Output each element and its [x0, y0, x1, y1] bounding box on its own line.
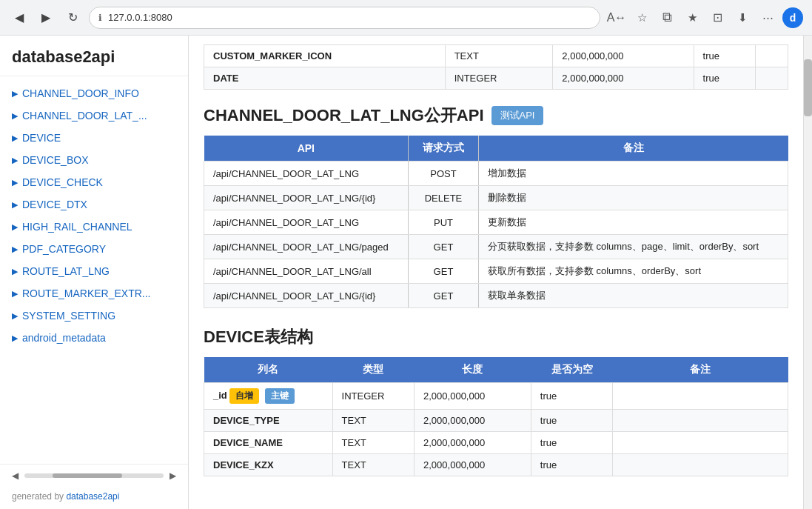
history-icon[interactable]: ★ — [682, 7, 702, 28]
cell-note: 增加数据 — [478, 162, 788, 186]
cell-note: 更新数据 — [478, 210, 788, 235]
tab-icon[interactable]: ⧉ — [657, 7, 677, 28]
sidebar-item-label: ROUTE_LAT_LNG — [22, 265, 110, 277]
table-row: _id 自增 主键 INTEGER 2,000,000,000 true — [204, 383, 788, 410]
sidebar-item-route-marker-extr[interactable]: ▶ ROUTE_MARKER_EXTR... — [0, 282, 188, 305]
sidebar-item-android-metadata[interactable]: ▶ android_metadata — [0, 327, 188, 349]
header-colname: 列名 — [204, 357, 333, 383]
cell-type: TEXT — [332, 432, 414, 454]
table-row: DATE INTEGER 2,000,000,000 true — [204, 67, 788, 90]
device-section-title: DEVICE表结构 — [204, 326, 788, 348]
scroll-left-icon[interactable]: ◀ — [12, 470, 19, 481]
profile-avatar[interactable]: d — [782, 7, 803, 28]
sidebar-scrollbar-area: ◀ ▶ — [0, 464, 188, 487]
arrow-icon: ▶ — [12, 156, 18, 165]
cell-colname: DEVICE_TYPE — [204, 410, 333, 432]
cell-method: DELETE — [409, 186, 479, 210]
device-struct-table: 列名 类型 长度 是否为空 备注 _id 自增 主键 INTEGER 2,000… — [204, 357, 788, 476]
cell-note — [613, 454, 788, 476]
collections-icon[interactable]: ⊡ — [707, 7, 728, 28]
sidebar-item-channel-door-lat[interactable]: ▶ CHANNEL_DOOR_LAT_... — [0, 104, 188, 127]
badge-auto: 自增 — [229, 388, 259, 404]
back-button[interactable]: ◀ — [9, 7, 30, 28]
sidebar-item-label: DEVICE — [22, 132, 61, 144]
bookmark-icon[interactable]: ☆ — [631, 7, 652, 28]
section-title-text: CHANNEL_DOOR_LAT_LNG公开API — [204, 104, 484, 127]
profile-letter: d — [790, 12, 796, 24]
cell-type: INTEGER — [332, 383, 414, 410]
download-icon[interactable]: ⬇ — [732, 7, 753, 28]
browser-toolbar: ◀ ▶ ↻ ℹ 127.0.0.1:8080 A↔ ☆ ⧉ ★ ⊡ ⬇ ⋯ d — [0, 0, 812, 36]
address-bar[interactable]: ℹ 127.0.0.1:8080 — [89, 7, 600, 29]
table-row: DEVICE_NAME TEXT 2,000,000,000 true — [204, 432, 788, 454]
forward-button[interactable]: ▶ — [36, 7, 56, 28]
sidebar-item-label: DEVICE_BOX — [22, 154, 88, 166]
cell-api: /api/CHANNEL_DOOR_LAT_LNG/{id} — [204, 284, 409, 308]
main-content[interactable]: CUSTOM_MARKER_ICON TEXT 2,000,000,000 tr… — [189, 36, 803, 509]
arrow-icon: ▶ — [12, 222, 18, 232]
cell-length: 2,000,000,000 — [415, 383, 531, 410]
cell-nullable: true — [694, 45, 755, 67]
table-row: /api/CHANNEL_DOOR_LAT_LNG/paged GET 分页获取… — [204, 235, 788, 259]
cell-colname: DEVICE_KZX — [204, 454, 333, 476]
cell-colname: _id 自增 主键 — [204, 383, 333, 410]
more-icon[interactable]: ⋯ — [757, 7, 778, 28]
sidebar-nav: ▶ CHANNEL_DOOR_INFO ▶ CHANNEL_DOOR_LAT_.… — [0, 76, 188, 464]
cell-method: PUT — [409, 210, 479, 235]
sidebar-item-route-lat-lng[interactable]: ▶ ROUTE_LAT_LNG — [0, 260, 188, 282]
sidebar-footer: generated by database2api — [0, 487, 188, 509]
cell-type: INTEGER — [445, 67, 553, 90]
sidebar-item-device[interactable]: ▶ DEVICE — [0, 127, 188, 149]
cell-api: /api/CHANNEL_DOOR_LAT_LNG — [204, 162, 409, 186]
sidebar-item-pdf-category[interactable]: ▶ PDF_CATEGORY — [0, 238, 188, 260]
sidebar-scrollbar-track[interactable] — [24, 473, 164, 478]
table-row: /api/CHANNEL_DOOR_LAT_LNG/{id} DELETE 删除… — [204, 186, 788, 210]
cell-type: TEXT — [332, 410, 414, 432]
cell-name: DATE — [204, 67, 446, 90]
scroll-right-icon[interactable]: ▶ — [170, 470, 176, 481]
cell-method: GET — [409, 284, 479, 308]
cell-note — [755, 45, 788, 67]
cell-name: CUSTOM_MARKER_ICON — [204, 45, 446, 67]
table-row: /api/CHANNEL_DOOR_LAT_LNG/{id} GET 获取单条数… — [204, 284, 788, 308]
sidebar-title: database2api — [0, 36, 188, 76]
test-api-button[interactable]: 测试API — [491, 106, 544, 125]
sidebar-item-channel-door-info[interactable]: ▶ CHANNEL_DOOR_INFO — [0, 82, 188, 104]
sidebar-scrollbar-thumb — [53, 473, 122, 478]
sidebar-item-system-setting[interactable]: ▶ SYSTEM_SETTING — [0, 305, 188, 327]
cell-api: /api/CHANNEL_DOOR_LAT_LNG/{id} — [204, 186, 409, 210]
cell-note: 获取单条数据 — [478, 284, 788, 308]
arrow-icon: ▶ — [12, 289, 18, 299]
arrow-icon: ▶ — [12, 200, 18, 210]
arrow-icon: ▶ — [12, 178, 18, 187]
header-method: 请求方式 — [409, 136, 479, 162]
sidebar-item-device-dtx[interactable]: ▶ DEVICE_DTX — [0, 193, 188, 216]
translate-icon[interactable]: A↔ — [606, 7, 627, 28]
device-title-text: DEVICE表结构 — [204, 326, 313, 348]
cell-api: /api/CHANNEL_DOOR_LAT_LNG/paged — [204, 235, 409, 259]
badge-pk: 主键 — [265, 388, 295, 404]
header-type: 类型 — [332, 357, 414, 383]
refresh-button[interactable]: ↻ — [62, 7, 83, 28]
cell-nullable: true — [531, 383, 612, 410]
sidebar-item-device-box[interactable]: ▶ DEVICE_BOX — [0, 149, 188, 171]
cell-nullable: true — [531, 454, 612, 476]
sidebar-item-device-check[interactable]: ▶ DEVICE_CHECK — [0, 171, 188, 193]
table-row: DEVICE_TYPE TEXT 2,000,000,000 true — [204, 410, 788, 432]
channel-door-section-title: CHANNEL_DOOR_LAT_LNG公开API 测试API — [204, 104, 788, 127]
sidebar: database2api ▶ CHANNEL_DOOR_INFO ▶ CHANN… — [0, 36, 189, 509]
table-row: CUSTOM_MARKER_ICON TEXT 2,000,000,000 tr… — [204, 45, 788, 67]
sidebar-item-high-rail-channel[interactable]: ▶ HIGH_RAIL_CHANNEL — [0, 216, 188, 238]
cell-api: /api/CHANNEL_DOOR_LAT_LNG — [204, 210, 409, 235]
cell-note — [613, 432, 788, 454]
cell-api: /api/CHANNEL_DOOR_LAT_LNG/all — [204, 259, 409, 284]
cell-note — [613, 410, 788, 432]
security-icon: ℹ — [98, 13, 102, 23]
arrow-icon: ▶ — [12, 267, 18, 276]
arrow-icon: ▶ — [12, 244, 18, 254]
sidebar-item-label: CHANNEL_DOOR_INFO — [22, 87, 139, 99]
cell-nullable: true — [531, 410, 612, 432]
sidebar-item-label: SYSTEM_SETTING — [22, 310, 115, 322]
sidebar-item-label: ROUTE_MARKER_EXTR... — [22, 287, 150, 299]
main-scrollbar[interactable] — [803, 36, 812, 509]
